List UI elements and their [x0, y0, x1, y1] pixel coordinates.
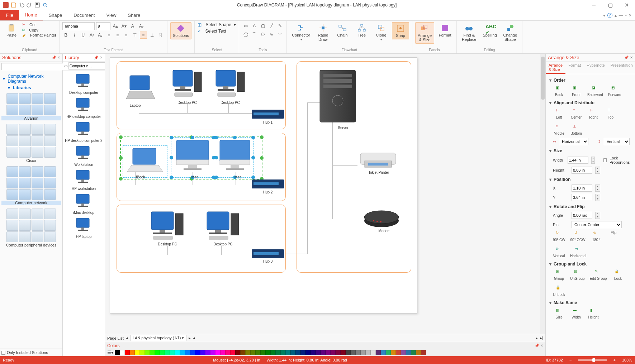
- color-swatch[interactable]: [280, 350, 285, 355]
- close-panel-icon[interactable]: ✕: [630, 56, 633, 59]
- align-right-icon[interactable]: ≡: [123, 32, 130, 39]
- color-swatch[interactable]: [396, 350, 401, 355]
- device-hub[interactable]: [252, 249, 284, 258]
- select-text-button[interactable]: ✓ Select Text: [198, 29, 226, 34]
- color-swatch[interactable]: [391, 350, 396, 355]
- device-imac[interactable]: [219, 138, 251, 172]
- color-swatch[interactable]: [411, 350, 416, 355]
- pagelist-scroll-left-icon[interactable]: ◂: [193, 336, 195, 340]
- close-panel-icon[interactable]: ✕: [540, 344, 543, 348]
- menu-help-icon[interactable]: ?: [607, 13, 612, 18]
- color-swatch[interactable]: [205, 350, 210, 355]
- color-swatch[interactable]: [366, 350, 371, 355]
- library-item[interactable]: iMac desktop: [63, 191, 105, 215]
- align-left-icon[interactable]: ≡: [105, 32, 113, 39]
- order-backward-button[interactable]: ◪Backward: [587, 86, 603, 97]
- menu-minimize-ribbon-icon[interactable]: —: [619, 13, 623, 18]
- color-swatch[interactable]: [376, 350, 381, 355]
- only-installed-checkbox[interactable]: [1, 351, 5, 355]
- arc-tool-icon[interactable]: ⌒: [251, 31, 258, 38]
- rounded-tool-icon[interactable]: ▢: [259, 22, 266, 29]
- device-laptop[interactable]: [124, 74, 157, 102]
- order-forward-button[interactable]: ◩Forward: [608, 86, 621, 97]
- copy-button[interactable]: ⧉ Copy: [22, 28, 56, 32]
- subscript-icon[interactable]: A₂: [97, 32, 104, 39]
- color-swatch[interactable]: [371, 350, 376, 355]
- vertical-scrollbar[interactable]: [540, 54, 545, 334]
- color-swatch[interactable]: [326, 350, 331, 355]
- color-swatch[interactable]: [311, 350, 316, 355]
- color-swatch[interactable]: [295, 350, 300, 355]
- color-swatch[interactable]: [300, 350, 305, 355]
- freehand-tool-icon[interactable]: 〰: [276, 31, 284, 38]
- pin-icon[interactable]: 📌: [535, 344, 539, 348]
- align-right-button[interactable]: ⊢Right: [587, 108, 600, 119]
- order-back-button[interactable]: ▣Back: [553, 86, 565, 97]
- color-swatch[interactable]: [175, 350, 180, 355]
- order-front-button[interactable]: ▣Front: [570, 86, 582, 97]
- clear-format-icon[interactable]: Aᵪ: [138, 23, 145, 30]
- solution-set[interactable]: Computer peripheral devices: [1, 209, 61, 247]
- align-bottom-button[interactable]: ⊥Bottom: [570, 124, 582, 135]
- device-modem[interactable]: [363, 205, 401, 228]
- unlock-button[interactable]: 🔓UnLock: [553, 286, 565, 297]
- color-swatch[interactable]: [185, 350, 190, 355]
- device-hub[interactable]: [252, 179, 284, 188]
- device-ibook[interactable]: [126, 147, 164, 174]
- spelling-button[interactable]: ABC✓Spelling: [480, 22, 499, 39]
- color-swatch[interactable]: [220, 350, 225, 355]
- device-desktop-pc[interactable]: [150, 210, 185, 244]
- device-server[interactable]: [318, 68, 357, 124]
- font-combo[interactable]: [62, 22, 95, 30]
- color-swatch[interactable]: [275, 350, 280, 355]
- arrange-size-button[interactable]: Arrange & Size: [415, 22, 434, 44]
- zoom-slider[interactable]: [578, 359, 607, 361]
- align-middle-button[interactable]: ≡Middle: [553, 124, 565, 135]
- device-desktop-pc[interactable]: [171, 68, 203, 101]
- color-swatch[interactable]: [381, 350, 386, 355]
- pagelist-scroll-right-icon[interactable]: ▸: [536, 336, 538, 340]
- rect-tool-icon[interactable]: ▭: [242, 22, 249, 29]
- pin-icon[interactable]: 📌: [94, 56, 98, 59]
- diagram-page[interactable]: Laptop Desktop PC Desktop PC Hub 1: [110, 57, 417, 313]
- polygon-tool-icon[interactable]: ⬠: [259, 31, 266, 38]
- color-swatch[interactable]: [150, 350, 155, 355]
- solutions-button[interactable]: Solutions: [170, 22, 191, 39]
- color-swatch[interactable]: [170, 350, 175, 355]
- format-button[interactable]: Format: [436, 22, 454, 39]
- underline-icon[interactable]: U: [80, 32, 87, 39]
- color-swatch[interactable]: [120, 350, 125, 355]
- select-shape-button[interactable]: ◫ Select Shape ▾: [198, 22, 236, 27]
- lock-proportions-checkbox[interactable]: [603, 158, 607, 162]
- x-input[interactable]: [572, 185, 592, 192]
- connector-button[interactable]: Connector▾: [290, 22, 312, 43]
- solution-set[interactable]: Computer network: [1, 166, 61, 205]
- close-button[interactable]: ✕: [619, 0, 635, 10]
- color-swatch[interactable]: [155, 350, 160, 355]
- valign-top-icon[interactable]: ⊤: [131, 32, 138, 39]
- color-swatch[interactable]: [180, 350, 185, 355]
- bold-icon[interactable]: B: [62, 32, 70, 39]
- device-desktop-pc[interactable]: [214, 68, 246, 101]
- menu-collapse-icon[interactable]: ▴: [615, 13, 617, 18]
- change-shape-button[interactable]: Change Shape: [501, 22, 520, 43]
- align-left-button[interactable]: ⊩Left: [553, 108, 565, 119]
- device-printer[interactable]: [359, 150, 397, 170]
- menu-close-icon[interactable]: ×: [629, 13, 631, 18]
- edit-group-button[interactable]: ✎Edit Group: [590, 269, 607, 281]
- color-swatch[interactable]: [160, 350, 165, 355]
- menu-restore-icon[interactable]: ▫: [625, 13, 627, 18]
- makesame-height-button[interactable]: ▮Height: [587, 308, 600, 319]
- pagelist-end-icon[interactable]: ▸|: [540, 336, 543, 340]
- rotate-180-button[interactable]: ⟲180 °: [590, 231, 602, 242]
- solutions-search-input[interactable]: [1, 63, 64, 70]
- color-swatch[interactable]: [270, 350, 275, 355]
- tab-file[interactable]: File: [0, 10, 19, 20]
- color-swatch[interactable]: [145, 350, 150, 355]
- color-swatch[interactable]: [250, 350, 255, 355]
- tree-button[interactable]: Tree: [353, 22, 370, 39]
- rapid-draw-button[interactable]: Rapid Draw: [314, 22, 332, 43]
- makesame-size-button[interactable]: ▦Size: [553, 308, 565, 319]
- color-swatch[interactable]: [361, 350, 366, 355]
- lock-button[interactable]: 🔒Lock: [612, 269, 624, 281]
